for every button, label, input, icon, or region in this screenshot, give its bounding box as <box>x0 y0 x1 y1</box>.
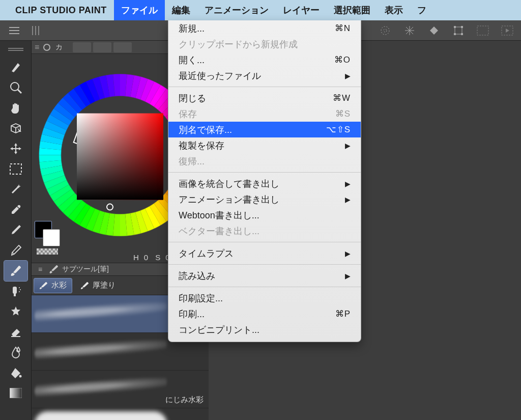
panel-tab-1[interactable] <box>73 42 91 52</box>
palette-handle-icon[interactable] <box>4 42 27 57</box>
decoration-tool-icon[interactable] <box>4 301 27 322</box>
svg-rect-36 <box>10 388 22 398</box>
file-menu-item-8[interactable]: 複製を保存▶ <box>168 137 361 153</box>
file-menu-item-5[interactable]: 閉じる⌘W <box>168 90 361 106</box>
file-menu-item-6: 保存⌘S <box>168 106 361 122</box>
subtool-menu-icon[interactable]: ≡ <box>35 265 46 273</box>
object-tool-icon[interactable] <box>4 118 27 138</box>
file-menu-item-7[interactable]: 別名で保存...⌥⇧S <box>168 122 361 137</box>
svg-rect-22 <box>8 50 23 51</box>
svg-rect-14 <box>454 26 456 28</box>
subtool-title: サブツール[筆] <box>62 265 109 274</box>
hsv-readout: H0 S0 <box>133 253 172 262</box>
pencil-tool-icon[interactable] <box>4 240 27 261</box>
svg-point-35 <box>19 375 21 378</box>
eraser-tool-icon[interactable] <box>4 322 27 342</box>
svg-rect-0 <box>9 27 19 28</box>
menu-6[interactable]: フ <box>410 0 433 20</box>
menu-2[interactable]: アニメーション <box>197 0 276 20</box>
magic-wand-tool-icon[interactable] <box>4 179 27 200</box>
svg-rect-21 <box>8 48 23 49</box>
layer-move-tool-icon[interactable] <box>4 138 27 159</box>
hand-tool-icon[interactable] <box>4 98 27 118</box>
file-menu-item-1: クリップボードから新規作成 <box>168 36 361 52</box>
file-menu-item-14: ベクター書き出し... <box>168 223 361 239</box>
background-color-swatch[interactable] <box>43 229 60 246</box>
menu-3[interactable]: レイヤー <box>276 0 327 20</box>
svg-rect-2 <box>9 33 19 34</box>
toolbar-direction-icon[interactable] <box>399 23 420 38</box>
svg-point-6 <box>384 29 387 32</box>
svg-line-24 <box>18 90 21 93</box>
sv-square[interactable] <box>77 114 163 200</box>
file-menu-item-18[interactable]: 読み込み▶ <box>168 268 361 284</box>
fill-tool-icon[interactable] <box>4 362 27 383</box>
sat-label: S <box>155 253 162 262</box>
panel-tab-2[interactable] <box>93 42 111 52</box>
svg-rect-18 <box>477 26 488 35</box>
file-menu-item-16[interactable]: タイムラプス▶ <box>168 245 361 261</box>
file-menu-item-3[interactable]: 最近使ったファイル▶ <box>168 68 361 83</box>
menu-0[interactable]: ファイル <box>114 0 165 20</box>
file-menu-item-0[interactable]: 新規...⌘N <box>168 20 361 36</box>
color-swatches <box>35 221 70 257</box>
svg-point-33 <box>19 291 20 292</box>
toolbar-dashed-play-icon[interactable] <box>497 23 518 38</box>
blend-tool-icon[interactable] <box>4 342 27 362</box>
brush-tool-icon[interactable] <box>4 261 27 281</box>
subtool-tab-1[interactable]: 厚塗り <box>75 278 121 293</box>
zoom-tool-icon[interactable] <box>4 77 27 98</box>
svg-rect-16 <box>454 33 456 35</box>
file-menu-item-22[interactable]: コンビニプリント... <box>168 322 361 338</box>
subtool-brush-icon <box>49 264 59 274</box>
file-menu-item-2[interactable]: 開く...⌘O <box>168 52 361 68</box>
brush-quick-icon[interactable] <box>4 57 27 77</box>
marquee-tool-icon[interactable] <box>4 159 27 179</box>
menu-1[interactable]: 編集 <box>165 0 197 20</box>
file-menu-item-12[interactable]: アニメーション書き出し▶ <box>168 191 361 207</box>
toolbar-sparkle-icon[interactable] <box>374 23 396 38</box>
mac-menubar: CLIP STUDIO PAINT ファイル編集アニメーションレイヤー選択範囲表… <box>0 0 521 20</box>
toolbar-transform-icon[interactable] <box>448 23 469 38</box>
menu-4[interactable]: 選択範囲 <box>327 0 378 20</box>
color-tab-label[interactable]: カ <box>55 43 63 52</box>
panel-tab-3[interactable] <box>113 42 132 52</box>
brush-preset-3[interactable]: ウェット水彩 <box>32 408 209 420</box>
hue-label: H <box>133 253 141 262</box>
brush-preset-2[interactable]: にじみ水彩 <box>32 371 209 408</box>
svg-point-31 <box>19 287 20 288</box>
svg-rect-1 <box>9 30 19 31</box>
menu-5[interactable]: 表示 <box>378 0 410 20</box>
svg-rect-3 <box>32 26 33 35</box>
file-menu-item-21[interactable]: 印刷...⌘P <box>168 306 361 322</box>
pen-tool-icon[interactable] <box>4 220 27 240</box>
svg-rect-4 <box>35 26 36 35</box>
toolbar-hamburger-icon[interactable] <box>5 23 23 38</box>
svg-rect-13 <box>455 27 462 34</box>
toolbar-dashed-rect-icon[interactable] <box>472 23 494 38</box>
svg-rect-17 <box>461 33 463 35</box>
file-menu-dropdown: 新規...⌘Nクリップボードから新規作成開く...⌘O最近使ったファイル▶閉じる… <box>168 20 361 342</box>
svg-rect-30 <box>14 294 16 296</box>
file-menu-item-13[interactable]: Webtoon書き出し... <box>168 207 361 223</box>
svg-point-32 <box>20 289 21 290</box>
toolbar-diamond-icon[interactable] <box>423 23 445 38</box>
file-menu-item-11[interactable]: 画像を統合して書き出し▶ <box>168 176 361 191</box>
subtool-tab-0[interactable]: 水彩 <box>34 278 72 293</box>
color-wheel-tab-icon[interactable] <box>43 44 50 51</box>
eyedropper-tool-icon[interactable] <box>4 200 27 220</box>
hue-value: 0 <box>144 253 150 262</box>
svg-marker-20 <box>506 29 509 33</box>
file-menu-item-20[interactable]: 印刷設定... <box>168 290 361 306</box>
transparent-color-swatch[interactable] <box>37 248 58 255</box>
tool-palette <box>0 41 32 420</box>
app-name: CLIP STUDIO PAINT <box>15 5 107 16</box>
file-menu-item-9: 復帰... <box>168 153 361 169</box>
svg-point-7 <box>381 26 389 35</box>
airbrush-tool-icon[interactable] <box>4 281 27 301</box>
toolbar-grip-icon[interactable] <box>26 23 45 38</box>
svg-line-28 <box>12 187 18 193</box>
svg-rect-5 <box>38 26 39 35</box>
svg-rect-15 <box>461 26 463 28</box>
gradient-tool-icon[interactable] <box>4 383 27 403</box>
